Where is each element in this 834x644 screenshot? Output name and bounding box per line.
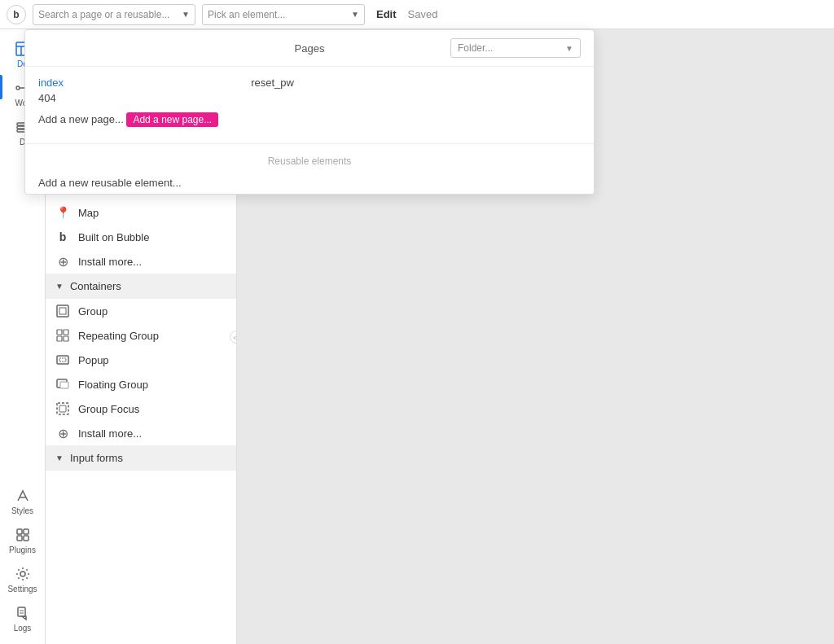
containers-section-header[interactable]: ▼ Containers <box>46 274 236 299</box>
page-reset-pw-label: reset_pw <box>251 75 294 90</box>
page-item-404[interactable]: 404 <box>38 90 218 106</box>
settings-icon <box>15 566 31 582</box>
folder-arrow-icon: ▼ <box>565 44 573 53</box>
saved-label: Saved <box>408 8 438 20</box>
add-page-highlight-btn[interactable]: Add a new page... <box>126 112 218 127</box>
element-picker-arrow: ▼ <box>351 10 359 19</box>
edit-button[interactable]: Edit <box>371 7 402 22</box>
sidebar-tab-settings[interactable]: Settings <box>6 561 40 598</box>
pages-content: index 404 Add a new page... Add a new pa… <box>25 67 594 137</box>
pages-list: index 404 Add a new page... Add a new pa… <box>38 75 218 129</box>
repeating-group-element-icon <box>55 328 70 343</box>
element-install-more-1[interactable]: ⊕ Install more... <box>46 249 236 274</box>
svg-rect-23 <box>64 336 68 341</box>
element-group-focus[interactable]: Group Focus <box>46 396 236 421</box>
svg-rect-18 <box>57 305 68 317</box>
element-group[interactable]: Group <box>46 299 236 323</box>
element-floating-group-label: Floating Group <box>78 379 148 391</box>
svg-point-3 <box>16 86 20 90</box>
svg-rect-20 <box>57 330 62 335</box>
element-group-label: Group <box>78 305 108 318</box>
sidebar-tab-styles[interactable]: Styles <box>6 483 40 520</box>
add-page-highlight-label: Add a new page... <box>133 114 212 125</box>
logs-label: Logs <box>14 624 32 633</box>
panel-resize-arrow-icon: ◁ <box>230 331 237 344</box>
map-element-icon: 📍 <box>55 205 70 220</box>
svg-rect-22 <box>57 336 62 341</box>
element-picker-text: Pick an element... <box>208 9 285 20</box>
svg-rect-10 <box>17 529 22 534</box>
page-item-index[interactable]: index <box>38 75 218 90</box>
element-popup-label: Popup <box>78 354 109 366</box>
element-map-label: Map <box>78 207 99 219</box>
page-index-label: index <box>38 77 64 89</box>
svg-rect-19 <box>59 308 66 314</box>
page-search[interactable]: Search a page or a reusable... ▼ <box>33 4 195 25</box>
built-on-bubble-icon: b <box>55 230 70 244</box>
plugins-label: Plugins <box>9 545 36 554</box>
group-focus-element-icon <box>55 401 70 416</box>
install-more-2-icon: ⊕ <box>55 426 70 440</box>
svg-rect-15 <box>18 607 25 616</box>
reusable-divider <box>25 143 594 144</box>
folder-placeholder: Folder... <box>458 42 493 54</box>
element-repeating-group-label: Repeating Group <box>78 330 159 342</box>
reusable-label: Reusable elements <box>25 151 594 172</box>
group-element-icon <box>55 304 70 318</box>
add-page-text[interactable]: Add a new page... Add a new page... <box>38 109 218 129</box>
logo-text: b <box>13 9 19 20</box>
styles-label: Styles <box>11 506 33 515</box>
input-forms-section-label: Input forms <box>70 452 123 464</box>
element-install-more-2-label: Install more... <box>78 427 142 440</box>
element-built-on-bubble[interactable]: b Built on Bubble <box>46 225 236 249</box>
page-404-label: 404 <box>38 92 56 104</box>
svg-rect-27 <box>60 382 68 388</box>
sidebar-tab-plugins[interactable]: Plugins <box>6 522 40 559</box>
active-tab-indicator <box>0 75 2 99</box>
svg-rect-28 <box>57 403 68 414</box>
reset-pw-page[interactable]: reset_pw <box>251 75 294 129</box>
settings-label: Settings <box>7 585 37 594</box>
logo[interactable]: b <box>7 5 26 24</box>
pages-label: Pages <box>219 42 400 55</box>
input-forms-section-header[interactable]: ▼ Input forms <box>46 445 236 471</box>
topbar: b Search a page or a reusable... ▼ Pick … <box>0 0 834 29</box>
svg-rect-11 <box>24 529 29 534</box>
element-picker[interactable]: Pick an element... ▼ <box>202 4 365 25</box>
element-group-focus-label: Group Focus <box>78 403 139 415</box>
svg-rect-13 <box>24 536 29 541</box>
element-built-on-bubble-label: Built on Bubble <box>78 231 149 243</box>
add-reusable-button[interactable]: Add a new reusable element... <box>25 172 594 194</box>
element-install-more-1-label: Install more... <box>78 256 142 268</box>
styles-icon <box>15 488 31 504</box>
element-floating-group[interactable]: Floating Group <box>46 372 236 396</box>
input-forms-arrow-icon: ▼ <box>55 453 64 462</box>
folder-select[interactable]: Folder... ▼ <box>450 38 581 58</box>
popup-element-icon <box>55 353 70 367</box>
add-page-label: Add a new page... <box>38 113 124 125</box>
svg-point-14 <box>20 572 25 576</box>
element-repeating-group[interactable]: Repeating Group <box>46 323 236 348</box>
plugins-icon <box>15 527 31 543</box>
floating-group-element-icon <box>55 377 70 392</box>
svg-rect-25 <box>59 358 66 361</box>
svg-rect-29 <box>59 405 66 412</box>
page-search-text: Search a page or a reusable... <box>38 9 169 20</box>
install-more-1-icon: ⊕ <box>55 254 70 269</box>
pages-dropdown: Pages Folder... ▼ index 404 Add a new pa… <box>24 29 595 195</box>
sidebar-tab-logs[interactable]: Logs <box>6 600 40 637</box>
page-search-arrow: ▼ <box>182 10 190 19</box>
element-map[interactable]: 📍 Map <box>46 200 236 225</box>
element-install-more-2[interactable]: ⊕ Install more... <box>46 421 236 445</box>
logs-icon <box>15 605 31 621</box>
svg-rect-12 <box>17 536 22 541</box>
pages-dropdown-header: Pages Folder... ▼ <box>25 30 594 67</box>
svg-rect-24 <box>57 356 68 364</box>
containers-section-label: Containers <box>70 280 121 292</box>
containers-arrow-icon: ▼ <box>55 282 64 291</box>
svg-rect-21 <box>64 330 68 335</box>
element-popup[interactable]: Popup <box>46 348 236 372</box>
